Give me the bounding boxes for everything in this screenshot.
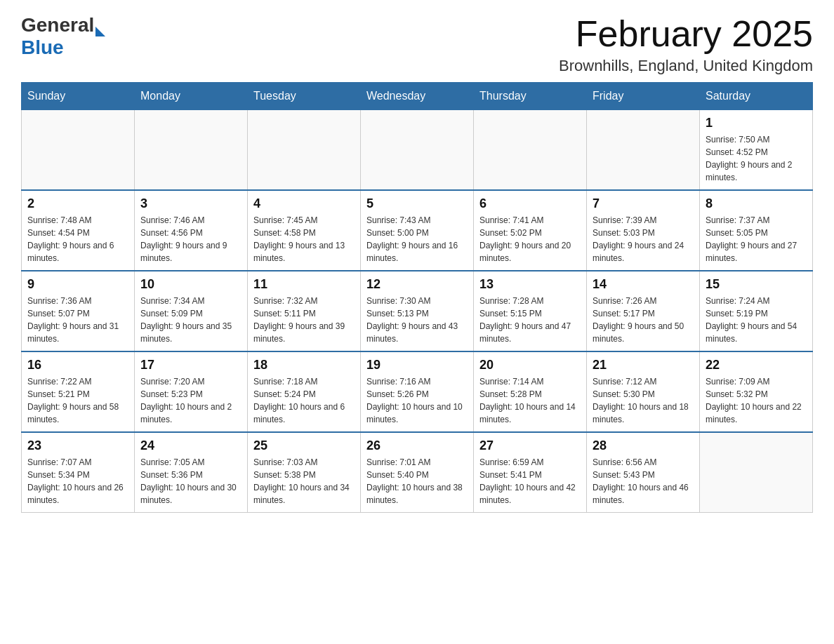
logo-blue-text: Blue — [21, 36, 64, 59]
day-number: 14 — [593, 277, 694, 292]
day-number: 8 — [706, 196, 807, 211]
day-info: Sunrise: 7:16 AMSunset: 5:26 PMDaylight:… — [366, 375, 468, 426]
day-info: Sunrise: 6:56 AMSunset: 5:43 PMDaylight:… — [593, 456, 694, 507]
day-info: Sunrise: 7:46 AMSunset: 4:56 PMDaylight:… — [140, 214, 241, 264]
day-info: Sunrise: 7:18 AMSunset: 5:24 PMDaylight:… — [253, 375, 355, 426]
day-number: 27 — [479, 438, 581, 453]
calendar-week-row: 23Sunrise: 7:07 AMSunset: 5:34 PMDayligh… — [22, 432, 813, 513]
day-info: Sunrise: 7:26 AMSunset: 5:17 PMDaylight:… — [593, 295, 694, 345]
day-info: Sunrise: 7:07 AMSunset: 5:34 PMDaylight:… — [27, 456, 128, 507]
day-info: Sunrise: 7:28 AMSunset: 5:15 PMDaylight:… — [479, 295, 581, 345]
calendar-cell: 21Sunrise: 7:12 AMSunset: 5:30 PMDayligh… — [587, 351, 700, 432]
calendar-cell: 19Sunrise: 7:16 AMSunset: 5:26 PMDayligh… — [361, 351, 474, 432]
day-info: Sunrise: 7:34 AMSunset: 5:09 PMDaylight:… — [140, 295, 241, 345]
calendar-subtitle: Brownhills, England, United Kingdom — [559, 57, 813, 75]
calendar-cell: 25Sunrise: 7:03 AMSunset: 5:38 PMDayligh… — [248, 432, 361, 513]
calendar-cell — [248, 110, 361, 191]
calendar-cell: 27Sunrise: 6:59 AMSunset: 5:41 PMDayligh… — [474, 432, 587, 513]
day-info: Sunrise: 7:20 AMSunset: 5:23 PMDaylight:… — [140, 375, 241, 426]
day-header-monday: Monday — [135, 83, 248, 110]
calendar-cell: 24Sunrise: 7:05 AMSunset: 5:36 PMDayligh… — [135, 432, 248, 513]
day-info: Sunrise: 7:41 AMSunset: 5:02 PMDaylight:… — [479, 214, 581, 264]
day-number: 9 — [27, 277, 128, 292]
day-info: Sunrise: 7:12 AMSunset: 5:30 PMDaylight:… — [593, 375, 694, 426]
calendar-cell: 15Sunrise: 7:24 AMSunset: 5:19 PMDayligh… — [700, 271, 813, 351]
calendar-cell: 1Sunrise: 7:50 AMSunset: 4:52 PMDaylight… — [700, 110, 813, 191]
day-number: 15 — [706, 277, 807, 292]
calendar-cell: 13Sunrise: 7:28 AMSunset: 5:15 PMDayligh… — [474, 271, 587, 351]
day-info: Sunrise: 7:03 AMSunset: 5:38 PMDaylight:… — [253, 456, 355, 507]
calendar-cell: 16Sunrise: 7:22 AMSunset: 5:21 PMDayligh… — [22, 351, 135, 432]
calendar-cell — [587, 110, 700, 191]
calendar-cell — [700, 432, 813, 513]
day-number: 4 — [253, 196, 355, 211]
calendar-cell: 18Sunrise: 7:18 AMSunset: 5:24 PMDayligh… — [248, 351, 361, 432]
calendar-cell — [474, 110, 587, 191]
calendar-cell: 12Sunrise: 7:30 AMSunset: 5:13 PMDayligh… — [361, 271, 474, 351]
day-info: Sunrise: 7:09 AMSunset: 5:32 PMDaylight:… — [706, 375, 807, 426]
day-info: Sunrise: 7:32 AMSunset: 5:11 PMDaylight:… — [253, 295, 355, 345]
day-info: Sunrise: 7:30 AMSunset: 5:13 PMDaylight:… — [366, 295, 468, 345]
calendar-cell — [22, 110, 135, 191]
day-number: 2 — [27, 196, 128, 211]
day-number: 22 — [706, 358, 807, 373]
day-number: 19 — [366, 358, 468, 373]
day-header-sunday: Sunday — [22, 83, 135, 110]
day-info: Sunrise: 7:37 AMSunset: 5:05 PMDaylight:… — [706, 214, 807, 264]
day-number: 10 — [140, 277, 241, 292]
calendar-cell: 14Sunrise: 7:26 AMSunset: 5:17 PMDayligh… — [587, 271, 700, 351]
calendar-cell: 9Sunrise: 7:36 AMSunset: 5:07 PMDaylight… — [22, 271, 135, 351]
day-number: 23 — [27, 438, 128, 453]
calendar-title: February 2025 — [559, 14, 813, 54]
calendar-week-row: 16Sunrise: 7:22 AMSunset: 5:21 PMDayligh… — [22, 351, 813, 432]
day-info: Sunrise: 7:22 AMSunset: 5:21 PMDaylight:… — [27, 375, 128, 426]
calendar-cell: 3Sunrise: 7:46 AMSunset: 4:56 PMDaylight… — [135, 190, 248, 271]
calendar-week-row: 9Sunrise: 7:36 AMSunset: 5:07 PMDaylight… — [22, 271, 813, 351]
day-info: Sunrise: 7:39 AMSunset: 5:03 PMDaylight:… — [593, 214, 694, 264]
day-info: Sunrise: 7:43 AMSunset: 5:00 PMDaylight:… — [366, 214, 468, 264]
calendar-table: SundayMondayTuesdayWednesdayThursdayFrid… — [21, 82, 813, 513]
page-header: General Blue February 2025 Brownhills, E… — [21, 14, 813, 75]
day-number: 7 — [593, 196, 694, 211]
day-number: 1 — [706, 116, 807, 130]
logo-general-text: General — [21, 14, 94, 36]
calendar-header-row: SundayMondayTuesdayWednesdayThursdayFrid… — [22, 83, 813, 110]
logo-arrow-icon — [95, 27, 105, 36]
day-header-tuesday: Tuesday — [248, 83, 361, 110]
calendar-cell: 26Sunrise: 7:01 AMSunset: 5:40 PMDayligh… — [361, 432, 474, 513]
calendar-cell: 6Sunrise: 7:41 AMSunset: 5:02 PMDaylight… — [474, 190, 587, 271]
calendar-cell: 20Sunrise: 7:14 AMSunset: 5:28 PMDayligh… — [474, 351, 587, 432]
day-number: 12 — [366, 277, 468, 292]
calendar-cell: 11Sunrise: 7:32 AMSunset: 5:11 PMDayligh… — [248, 271, 361, 351]
day-header-saturday: Saturday — [700, 83, 813, 110]
day-info: Sunrise: 7:36 AMSunset: 5:07 PMDaylight:… — [27, 295, 128, 345]
day-number: 21 — [593, 358, 694, 373]
calendar-week-row: 2Sunrise: 7:48 AMSunset: 4:54 PMDaylight… — [22, 190, 813, 271]
calendar-cell: 28Sunrise: 6:56 AMSunset: 5:43 PMDayligh… — [587, 432, 700, 513]
day-header-thursday: Thursday — [474, 83, 587, 110]
day-info: Sunrise: 7:05 AMSunset: 5:36 PMDaylight:… — [140, 456, 241, 507]
calendar-cell — [361, 110, 474, 191]
day-header-friday: Friday — [587, 83, 700, 110]
day-info: Sunrise: 7:01 AMSunset: 5:40 PMDaylight:… — [366, 456, 468, 507]
calendar-cell: 23Sunrise: 7:07 AMSunset: 5:34 PMDayligh… — [22, 432, 135, 513]
day-number: 26 — [366, 438, 468, 453]
day-number: 5 — [366, 196, 468, 211]
calendar-cell: 2Sunrise: 7:48 AMSunset: 4:54 PMDaylight… — [22, 190, 135, 271]
day-info: Sunrise: 7:48 AMSunset: 4:54 PMDaylight:… — [27, 214, 128, 264]
day-info: Sunrise: 7:14 AMSunset: 5:28 PMDaylight:… — [479, 375, 581, 426]
day-number: 18 — [253, 358, 355, 373]
calendar-cell: 17Sunrise: 7:20 AMSunset: 5:23 PMDayligh… — [135, 351, 248, 432]
calendar-cell: 22Sunrise: 7:09 AMSunset: 5:32 PMDayligh… — [700, 351, 813, 432]
day-number: 13 — [479, 277, 581, 292]
calendar-cell: 4Sunrise: 7:45 AMSunset: 4:58 PMDaylight… — [248, 190, 361, 271]
day-number: 6 — [479, 196, 581, 211]
day-info: Sunrise: 7:24 AMSunset: 5:19 PMDaylight:… — [706, 295, 807, 345]
day-number: 25 — [253, 438, 355, 453]
day-number: 17 — [140, 358, 241, 373]
day-number: 3 — [140, 196, 241, 211]
calendar-cell: 8Sunrise: 7:37 AMSunset: 5:05 PMDaylight… — [700, 190, 813, 271]
calendar-cell: 5Sunrise: 7:43 AMSunset: 5:00 PMDaylight… — [361, 190, 474, 271]
calendar-cell: 10Sunrise: 7:34 AMSunset: 5:09 PMDayligh… — [135, 271, 248, 351]
day-info: Sunrise: 7:50 AMSunset: 4:52 PMDaylight:… — [706, 133, 807, 184]
